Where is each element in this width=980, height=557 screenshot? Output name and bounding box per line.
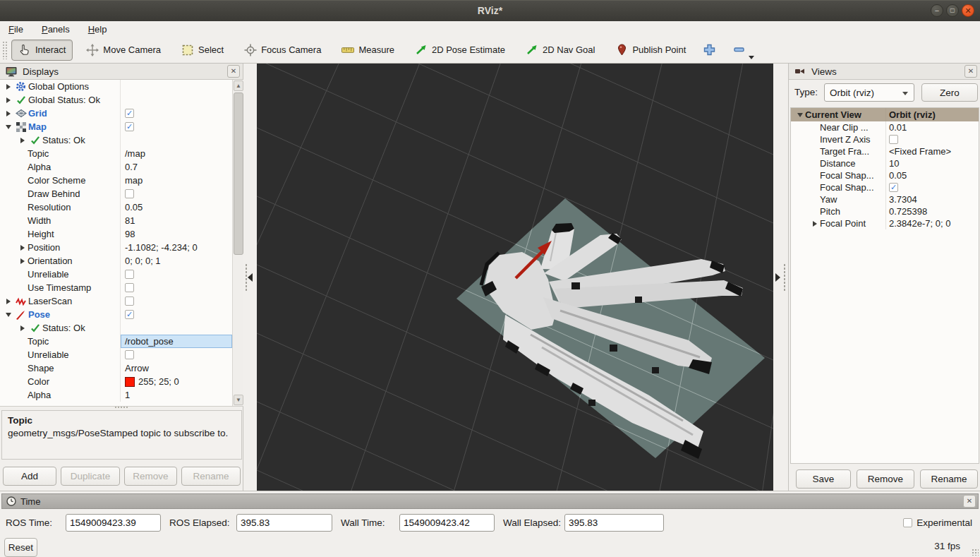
tree-row-height[interactable]: Height98 (0, 227, 243, 241)
row-value[interactable] (120, 348, 232, 361)
expander-collapsed-icon[interactable] (813, 221, 817, 227)
row-value[interactable]: <Fixed Frame> (885, 145, 979, 157)
row-value[interactable]: 0; 0; 0; 1 (120, 254, 232, 268)
displays-scrollbar[interactable]: ▲ ▼ (232, 80, 243, 406)
time-close-icon[interactable]: ✕ (963, 495, 976, 508)
row-checkbox[interactable]: ✓ (125, 310, 134, 319)
tree-row-position[interactable]: Position-1.1082; -4.234; 0 (0, 241, 243, 254)
resize-grip-icon[interactable] (972, 549, 979, 556)
tree-row-width[interactable]: Width81 (0, 214, 243, 227)
collapse-left-icon[interactable] (248, 273, 253, 282)
tool-publish-point[interactable]: Publish Point (608, 40, 693, 61)
row-value[interactable] (885, 133, 979, 145)
expander-collapsed-icon[interactable] (6, 84, 11, 90)
splitter-grip[interactable] (783, 263, 786, 292)
remove-button[interactable]: Remove (857, 469, 914, 489)
row-checkbox[interactable]: ✓ (125, 122, 134, 131)
scroll-down-icon[interactable]: ▼ (234, 395, 243, 405)
tree-row-color[interactable]: Color255; 25; 0 (0, 375, 243, 388)
tree-row-alpha[interactable]: Alpha0.7 (0, 160, 243, 174)
expander-collapsed-icon[interactable] (20, 245, 25, 251)
tree-row-global-status-ok[interactable]: Global Status: Ok (0, 93, 243, 107)
row-value[interactable]: ✓ (885, 181, 979, 193)
ros-time-input[interactable] (66, 514, 161, 532)
scroll-up-icon[interactable]: ▲ (234, 80, 243, 91)
tree-row-resolution[interactable]: Resolution0.05 (0, 200, 243, 214)
view-prop-target-fra-[interactable]: Target Fra...<Fixed Frame> (791, 145, 979, 157)
tool-focus-camera[interactable]: Focus Camera (237, 40, 328, 61)
row-checkbox[interactable] (125, 283, 134, 292)
menu-file[interactable]: File (8, 24, 23, 35)
row-value[interactable]: /map (120, 147, 232, 160)
row-value[interactable] (120, 294, 232, 308)
remove-tool-button[interactable] (729, 40, 749, 60)
tree-row-use-timestamp[interactable]: Use Timestamp (0, 281, 243, 294)
tool-select[interactable]: Select (174, 40, 231, 61)
row-value[interactable] (120, 133, 232, 147)
remove-button[interactable]: Remove (124, 467, 177, 486)
render-viewport[interactable] (257, 64, 773, 491)
wall-time-input[interactable] (399, 514, 495, 532)
views-close-icon[interactable]: ✕ (964, 65, 977, 78)
view-prop-focal-shap-[interactable]: Focal Shap...0.05 (791, 169, 979, 181)
tree-row-status-ok[interactable]: Status: Ok (0, 321, 243, 335)
displays-close-icon[interactable]: ✕ (227, 65, 240, 78)
left-splitter[interactable] (243, 64, 257, 491)
tool-measure[interactable]: Measure (334, 40, 401, 61)
collapse-right-icon[interactable] (775, 273, 780, 282)
tool-2d-pose-estimate[interactable]: 2D Pose Estimate (408, 40, 512, 61)
row-checkbox[interactable] (125, 297, 134, 306)
row-value[interactable]: 0.05 (120, 200, 232, 214)
tree-row-unreliable[interactable]: Unreliable (0, 348, 243, 361)
view-type-dropdown[interactable]: Orbit (rviz) (824, 83, 914, 102)
maximize-icon[interactable]: ▢ (946, 4, 959, 17)
tree-row-draw-behind[interactable]: Draw Behind (0, 187, 243, 200)
row-checkbox[interactable] (889, 135, 898, 144)
add-tool-button[interactable] (699, 40, 719, 60)
row-value[interactable]: 2.3842e-7; 0; 0 (885, 217, 979, 229)
row-checkbox[interactable] (125, 350, 134, 359)
tree-row-pose[interactable]: Pose✓ (0, 308, 243, 321)
tree-row-unreliable[interactable]: Unreliable (0, 268, 243, 281)
row-checkbox[interactable] (125, 189, 134, 198)
tree-row-status-ok[interactable]: Status: Ok (0, 133, 243, 147)
row-value[interactable] (120, 80, 232, 93)
add-button[interactable]: Add (3, 467, 56, 486)
row-value[interactable]: 98 (120, 227, 232, 241)
row-value[interactable]: Arrow (120, 361, 232, 375)
tree-row-grid[interactable]: Grid✓ (0, 107, 243, 120)
expander-collapsed-icon[interactable] (6, 111, 11, 116)
tool-move-camera[interactable]: Move Camera (79, 40, 168, 61)
scrollbar-thumb[interactable] (234, 92, 243, 255)
right-splitter[interactable] (773, 64, 788, 491)
ros-elapsed-input[interactable] (236, 514, 332, 532)
view-prop-invert-z-axis[interactable]: Invert Z Axis (791, 133, 979, 145)
row-checkbox[interactable]: ✓ (889, 183, 898, 192)
row-value[interactable]: map (120, 174, 232, 187)
expander-collapsed-icon[interactable] (20, 138, 25, 143)
expander-collapsed-icon[interactable] (20, 258, 25, 264)
tool-2d-nav-goal[interactable]: 2D Nav Goal (519, 40, 602, 61)
tree-row-orientation[interactable]: Orientation0; 0; 0; 1 (0, 254, 243, 268)
row-value[interactable]: 0.725398 (885, 205, 979, 217)
rename-button[interactable]: Rename (181, 467, 241, 486)
tree-row-map[interactable]: Map✓ (0, 120, 243, 133)
tree-row-global-options[interactable]: Global Options (0, 80, 243, 93)
expander-expanded-icon[interactable] (6, 125, 11, 129)
expander-expanded-icon[interactable] (797, 113, 803, 117)
row-value[interactable] (120, 268, 232, 281)
reset-button[interactable]: Reset (4, 538, 37, 557)
row-value[interactable]: ✓ (120, 107, 232, 120)
view-prop-distance[interactable]: Distance10 (791, 157, 979, 169)
tree-row-shape[interactable]: ShapeArrow (0, 361, 243, 375)
duplicate-button[interactable]: Duplicate (61, 467, 120, 486)
minimize-icon[interactable]: − (931, 4, 943, 17)
row-checkbox[interactable]: ✓ (125, 109, 134, 118)
current-view-header[interactable]: Current View Orbit (rviz) (791, 108, 979, 121)
row-value[interactable]: ✓ (120, 120, 232, 133)
row-value[interactable]: /robot_pose (120, 335, 232, 348)
expander-collapsed-icon[interactable] (6, 97, 11, 103)
view-prop-pitch[interactable]: Pitch0.725398 (791, 205, 979, 217)
close-icon[interactable]: ✕ (962, 4, 974, 17)
expander-collapsed-icon[interactable] (20, 325, 25, 331)
